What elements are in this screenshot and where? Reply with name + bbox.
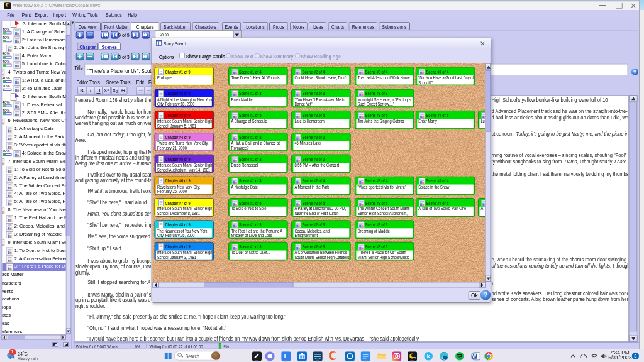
svg-text:5: 5 [414,356,416,360]
svg-text:k: k [427,353,430,359]
svg-text:W: W [472,354,477,358]
svg-text:L: L [284,353,288,359]
